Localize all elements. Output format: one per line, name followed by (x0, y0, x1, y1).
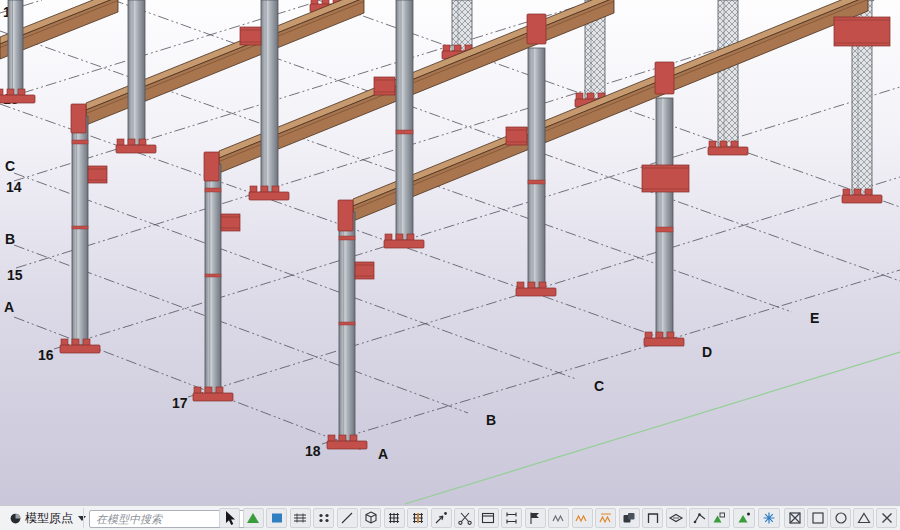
snap-symbol-box-x-button[interactable] (784, 508, 805, 528)
view-point-triangle-button[interactable] (733, 508, 755, 528)
snap-line-button[interactable] (337, 508, 358, 528)
snap-points-icon (316, 510, 332, 526)
column-splice-plate[interactable] (205, 274, 221, 277)
steel-column[interactable] (528, 48, 545, 288)
clip-diamond-button[interactable] (666, 508, 687, 528)
contour-u-button[interactable] (642, 508, 663, 528)
weld-orange-button[interactable] (572, 508, 593, 528)
contour-u-icon (645, 510, 661, 526)
column-splice-plate[interactable] (72, 140, 88, 144)
column-base-plate[interactable] (0, 95, 35, 103)
grid-label: B (486, 412, 496, 428)
direct-modification-button[interactable] (243, 508, 264, 528)
snap-symbol-cross-icon (879, 510, 895, 526)
crane-corbel[interactable] (355, 262, 374, 279)
beam-end-plate[interactable] (71, 104, 86, 133)
steel-column[interactable] (8, 0, 23, 95)
snap-cube-icon (363, 510, 379, 526)
select-cursor-button[interactable] (219, 508, 240, 528)
flag-mark-button[interactable] (525, 508, 546, 528)
column-splice-plate[interactable] (396, 130, 413, 134)
steel-column[interactable] (261, 0, 278, 192)
beam-column-connection-plate[interactable] (655, 62, 674, 94)
rendered-box-icon (269, 510, 285, 526)
clip-diamond-icon (668, 510, 684, 526)
steel-column[interactable] (205, 164, 221, 393)
window-select-icon (480, 510, 496, 526)
grid-label: 15 (7, 267, 23, 283)
blue-grid-star-icon (761, 510, 777, 526)
column-base-plate[interactable] (708, 147, 748, 155)
select-cursor-icon (222, 510, 238, 526)
steel-column[interactable] (339, 212, 355, 441)
rendered-box-button[interactable] (266, 508, 287, 528)
model-3d-scene[interactable]: 1213C14B15A161718ABCDE (0, 0, 900, 505)
column-splice-plate[interactable] (205, 188, 221, 192)
model-viewport[interactable]: 1213C14B15A161718ABCDE (0, 0, 900, 505)
grid-label: 18 (305, 443, 321, 459)
polyline-pick-button[interactable] (689, 508, 710, 528)
beam-end-plate[interactable] (338, 200, 353, 231)
column-base-plate[interactable] (249, 192, 289, 200)
column-base-plate[interactable] (516, 288, 556, 296)
grid-label: A (378, 446, 388, 462)
snap-symbol-circle-icon (833, 510, 849, 526)
steel-column[interactable] (72, 116, 88, 345)
steel-column-hatched[interactable] (718, 0, 738, 147)
column-splice-plate[interactable] (339, 322, 355, 325)
snap-symbol-triangle-icon (856, 510, 872, 526)
steel-column[interactable] (128, 0, 145, 145)
column-base-plate[interactable] (327, 441, 367, 449)
column-splice-plate[interactable] (656, 227, 673, 232)
snap-symbol-square-button[interactable] (807, 508, 828, 528)
column-base-plate[interactable] (842, 195, 882, 203)
crane-corbel[interactable] (221, 214, 240, 231)
snap-symbol-circle-button[interactable] (830, 508, 851, 528)
column-base-plate[interactable] (193, 393, 233, 401)
dark-panels-button[interactable] (619, 508, 640, 528)
column-splice-plate[interactable] (528, 180, 545, 184)
snap-points-button[interactable] (313, 508, 334, 528)
weld-orange-icon (574, 510, 590, 526)
snap-grid-button[interactable] (384, 508, 405, 528)
beam-column-connection-plate[interactable] (527, 14, 546, 44)
work-plane-origin-selector[interactable]: 模型原点 (5, 509, 90, 528)
steel-column[interactable] (396, 0, 413, 240)
snap-line-icon (339, 510, 355, 526)
snap-grid-highlight-button[interactable] (407, 508, 428, 528)
view-image-triangle-button[interactable] (708, 508, 730, 528)
column-base-plate[interactable] (644, 338, 684, 346)
crane-corbel[interactable] (88, 166, 107, 183)
smart-snap-icon (433, 510, 449, 526)
steel-column[interactable] (656, 98, 673, 338)
origin-label: 模型原点 (25, 510, 73, 527)
column-base-plate[interactable] (60, 345, 100, 353)
crane-corbel[interactable] (642, 165, 689, 192)
weld-orange-2-button[interactable] (595, 508, 616, 528)
profile-lines-button[interactable] (501, 508, 522, 528)
snap-fence-button[interactable] (290, 508, 311, 528)
snap-symbol-cross-button[interactable] (876, 508, 897, 528)
column-splice-plate[interactable] (339, 236, 355, 240)
smart-snap-button[interactable] (431, 508, 452, 528)
window-select-button[interactable] (478, 508, 499, 528)
profile-lines-icon (504, 510, 520, 526)
weld-gray-button[interactable] (548, 508, 569, 528)
column-splice-plate[interactable] (72, 226, 88, 229)
snap-cube-button[interactable] (360, 508, 381, 528)
snap-grid-icon (386, 510, 402, 526)
column-base-plate[interactable] (384, 240, 424, 248)
snap-grid-highlight-icon (410, 510, 426, 526)
crane-corbel[interactable] (834, 17, 890, 46)
blue-grid-star-button[interactable] (758, 508, 780, 528)
grid-label: A (4, 299, 14, 315)
snap-symbol-triangle-button[interactable] (853, 508, 874, 528)
polyline-pick-icon (692, 510, 708, 526)
beam-end-plate[interactable] (204, 152, 219, 181)
dark-panels-icon (621, 510, 637, 526)
steel-column-hatched[interactable] (452, 0, 472, 51)
grid-label: D (702, 344, 712, 360)
separator (83, 508, 84, 528)
cut-scissors-button[interactable] (454, 508, 475, 528)
column-base-plate[interactable] (116, 145, 156, 153)
